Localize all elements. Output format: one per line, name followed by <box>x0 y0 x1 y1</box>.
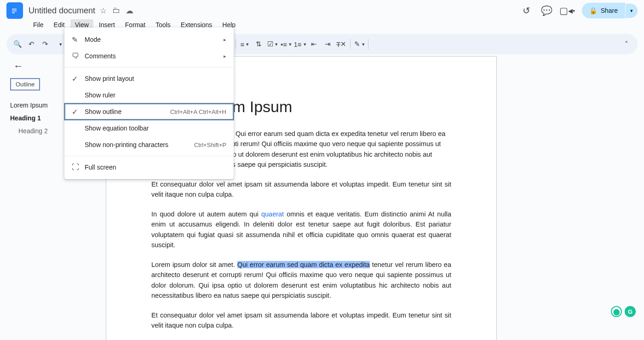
share-label: Share <box>601 7 618 14</box>
grammarly-widget[interactable]: ⬤ G <box>611 306 636 317</box>
submenu-arrow-icon: ▸ <box>224 37 226 43</box>
menu-item-mode[interactable]: ✎ Mode ▸ <box>64 31 234 48</box>
view-menu-dropdown: ✎ Mode ▸ 🗨 Comments ▸ ✓ Show print layou… <box>64 28 234 179</box>
clear-formatting-icon[interactable]: T✕ <box>335 37 348 51</box>
text-link[interactable]: quaerat <box>261 210 284 218</box>
align-button[interactable]: ≡▾ <box>238 37 251 51</box>
share-button[interactable]: 🔒 Share <box>582 3 625 18</box>
menu-file[interactable]: File <box>29 19 48 30</box>
line-spacing-button[interactable]: ⇅ <box>252 37 265 51</box>
menu-item-print-layout[interactable]: ✓ Show print layout <box>64 70 234 87</box>
lock-icon: 🔒 <box>589 7 597 14</box>
paragraph: Et consequatur dolor vel amet ipsam sit … <box>151 179 451 200</box>
indent-decrease-icon[interactable]: ⇤ <box>307 37 320 51</box>
move-icon[interactable]: 🗀 <box>112 6 120 16</box>
menu-separator <box>64 156 234 156</box>
paragraph: Lorem ipsum dolor sit amet. Qui error ea… <box>151 260 451 301</box>
comment-icon: 🗨 <box>72 52 85 60</box>
menu-item-outline[interactable]: ✓ Show outline Ctrl+Alt+A Ctrl+Alt+H <box>64 103 234 120</box>
svg-rect-1 <box>12 11 17 11</box>
history-icon[interactable]: ↺ <box>521 5 532 16</box>
menu-item-fullscreen[interactable]: ⛶ Full screen <box>64 159 234 176</box>
share-dropdown[interactable]: ▾ <box>626 4 638 18</box>
paragraph: Et consequatur dolor vel amet ipsam sit … <box>151 310 451 331</box>
grammarly-suggestion-icon[interactable]: ⬤ <box>611 306 622 317</box>
outline-close-icon[interactable]: ← <box>10 58 27 74</box>
shortcut-text: Ctrl+Alt+A Ctrl+Alt+H <box>170 108 226 115</box>
outline-title: Outline <box>10 78 40 91</box>
grammarly-icon[interactable]: G <box>625 306 636 317</box>
indent-increase-icon[interactable]: ⇥ <box>321 37 334 51</box>
fullscreen-icon: ⛶ <box>72 163 85 171</box>
numbered-list-button[interactable]: 1≡▾ <box>293 37 306 51</box>
search-menus-icon[interactable]: 🔍 <box>11 37 24 51</box>
shortcut-text: Ctrl+Shift+P <box>194 142 226 148</box>
svg-rect-0 <box>12 9 17 10</box>
check-icon: ✓ <box>72 108 85 116</box>
meet-icon[interactable]: ▢◂ ▾ <box>562 5 573 16</box>
comments-icon[interactable]: 💬 <box>541 5 552 16</box>
selected-text: Qui error earum sed quam dicta ex expedi… <box>237 261 370 268</box>
docs-app-icon[interactable] <box>6 2 23 19</box>
redo-icon[interactable]: ↷ <box>39 37 52 51</box>
title-bar: Untitled document ☆ 🗀 ☁ ↺ 💬 ▢◂ ▾ 🔒 Share… <box>0 0 644 18</box>
menu-separator <box>64 67 234 68</box>
bulleted-list-button[interactable]: •≡▾ <box>280 37 293 51</box>
menu-item-ruler[interactable]: Show ruler <box>64 87 234 103</box>
menu-item-non-printing[interactable]: Show non-printing characters Ctrl+Shift+… <box>64 136 234 153</box>
undo-icon[interactable]: ↶ <box>25 37 38 51</box>
star-icon[interactable]: ☆ <box>100 6 107 16</box>
cloud-status-icon[interactable]: ☁ <box>126 6 133 16</box>
checklist-button[interactable]: ☑▾ <box>266 37 279 51</box>
svg-rect-2 <box>12 12 15 13</box>
paragraph: In quod dolore ut autem autem qui quaera… <box>151 209 451 250</box>
document-title[interactable]: Untitled document <box>29 6 95 16</box>
check-icon: ✓ <box>72 74 85 83</box>
pencil-icon: ✎ <box>72 35 85 44</box>
menu-item-equation-toolbar[interactable]: Show equation toolbar <box>64 120 234 136</box>
collapse-toolbar-icon[interactable]: ˄ <box>620 37 633 51</box>
submenu-arrow-icon: ▸ <box>224 53 226 59</box>
editing-mode-button[interactable]: ✎▾ <box>353 37 366 51</box>
menu-item-comments[interactable]: 🗨 Comments ▸ <box>64 48 234 64</box>
